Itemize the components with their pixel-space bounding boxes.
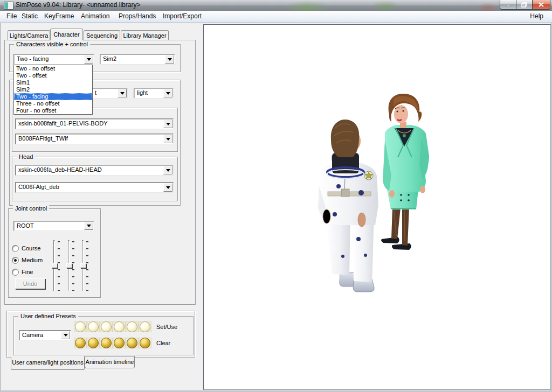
preset-slot-4[interactable] — [113, 321, 126, 332]
light-dropdown-button[interactable] — [163, 89, 172, 97]
head-skin-dropdown-button[interactable] — [163, 183, 172, 192]
character-mode-value: Two - facing — [17, 54, 82, 64]
dropdown-option[interactable]: Four - no offset — [14, 107, 92, 114]
fit-combobox-visible-text: t — [95, 88, 115, 97]
dropdown-arrow-icon — [166, 169, 170, 172]
tab-library-manager[interactable]: Library Manager — [121, 30, 169, 40]
light-combobox[interactable]: light — [134, 88, 174, 99]
head-mesh-value: xskin-c006fa_deb-HEAD-HEAD — [18, 165, 161, 174]
preset-empty-icon — [88, 321, 99, 332]
dropdown-arrow-icon — [166, 186, 170, 189]
dropdown-option[interactable]: Sim1 — [14, 79, 92, 86]
preset-slot-2[interactable] — [87, 321, 100, 332]
preset-clear-slot-3[interactable] — [100, 338, 113, 348]
preset-clear-slot-2[interactable] — [87, 338, 100, 348]
radio-fine[interactable] — [12, 269, 19, 276]
preset-filled-icon — [75, 338, 86, 348]
slider-thumb[interactable] — [52, 263, 58, 268]
joint-combobox[interactable]: ROOT — [13, 221, 94, 231]
close-button[interactable] — [532, 0, 550, 10]
tab-lights-camera[interactable]: Lights/Camera — [8, 30, 50, 40]
preset-empty-icon — [127, 321, 137, 332]
tab-user-camera-light-positions[interactable]: User camera/light positions — [11, 356, 85, 370]
body-skin-value: B008FAFitlgt_TWif — [18, 134, 161, 143]
preset-filled-icon — [101, 338, 112, 348]
title-bar[interactable]: SimPose v9.04: Library- <unnamed library… — [0, 0, 552, 11]
body-skin-combobox[interactable]: B008FAFitlgt_TWif — [15, 134, 174, 144]
viewport-3d[interactable] — [203, 24, 551, 390]
app-icon — [4, 2, 13, 10]
dropdown-option-selected[interactable]: Two - facing — [14, 93, 92, 100]
tab-character[interactable]: Character — [50, 29, 83, 40]
active-sim-dropdown-button[interactable] — [165, 55, 174, 64]
preset-filled-icon — [88, 338, 99, 348]
radio-medium[interactable] — [12, 257, 19, 264]
preset-slot-6[interactable] — [139, 321, 151, 332]
maximize-button[interactable] — [516, 0, 533, 10]
dropdown-arrow-icon — [87, 58, 91, 61]
preset-slot-1[interactable] — [74, 321, 87, 332]
joint-slider-y[interactable] — [66, 239, 75, 293]
dropdown-option[interactable]: Three - no offset — [14, 100, 92, 107]
undo-button[interactable]: Undo — [15, 278, 45, 289]
preset-empty-icon — [114, 321, 125, 332]
tab-sequencing[interactable]: Sequencing — [84, 30, 120, 40]
minimize-button[interactable] — [500, 0, 516, 10]
body-mesh-dropdown-button[interactable] — [163, 120, 172, 128]
joint-dropdown-button[interactable] — [84, 222, 93, 230]
joint-slider-x[interactable] — [52, 239, 60, 293]
preset-slot-3[interactable] — [100, 321, 113, 332]
body-skin-dropdown-button[interactable] — [163, 135, 172, 143]
restore-icon — [521, 2, 527, 8]
active-sim-combobox[interactable]: Sim2 — [100, 54, 175, 65]
preset-target-combobox[interactable]: Camera — [19, 330, 71, 340]
minimize-icon — [506, 2, 511, 7]
preset-filled-icon — [127, 338, 137, 348]
slider-thumb[interactable] — [80, 263, 86, 268]
radio-course[interactable] — [12, 245, 19, 252]
dropdown-option[interactable]: Two - no offset — [14, 65, 92, 72]
dropdown-arrow-icon — [168, 58, 172, 61]
slider-ticks — [72, 241, 74, 291]
menu-keyframe[interactable]: KeyFrame — [39, 11, 79, 22]
presets-group-label: User defined Presets — [18, 312, 78, 320]
joint-value: ROOT — [17, 221, 82, 230]
slider-ticks — [58, 241, 60, 291]
head-mesh-combobox[interactable]: xskin-c006fa_deb-HEAD-HEAD — [15, 165, 174, 176]
dropdown-arrow-icon — [166, 138, 170, 141]
slider-thumb[interactable] — [66, 263, 72, 268]
dropdown-arrow-icon — [166, 123, 170, 125]
character-mode-dropdown-list: Two - no offset Two - offset Sim1 Sim2 T… — [13, 65, 93, 115]
menu-help[interactable]: Help — [525, 11, 549, 22]
body-mesh-combobox[interactable]: xskin-b008fafit_01-PELVIS-BODY — [15, 118, 174, 129]
characters-visible-group-label: Characters visible + control — [14, 40, 90, 48]
character-mode-combobox[interactable]: Two - facing — [13, 54, 94, 65]
preset-clear-slot-4[interactable] — [113, 338, 126, 348]
window-controls — [500, 0, 550, 10]
preset-empty-icon — [140, 321, 150, 332]
preset-clear-slot-5[interactable] — [126, 338, 139, 348]
clear-label: Clear — [156, 340, 170, 346]
preset-clear-slot-6[interactable] — [139, 338, 151, 348]
menu-import-export[interactable]: Import/Export — [157, 11, 207, 22]
preset-target-value: Camera — [22, 331, 59, 340]
preset-clear-slot-1[interactable] — [74, 338, 87, 348]
head-skin-combobox[interactable]: C006FAlgt_deb — [15, 182, 174, 193]
preset-target-dropdown-button[interactable] — [61, 331, 70, 339]
fit-dropdown-button[interactable] — [118, 89, 127, 97]
head-mesh-dropdown-button[interactable] — [163, 166, 172, 174]
joint-slider-z[interactable] — [80, 239, 89, 293]
radio-course-label: Course — [22, 245, 40, 251]
menu-props-hands[interactable]: Props/Hands — [113, 11, 161, 22]
head-skin-value: C006FAlgt_deb — [18, 183, 161, 192]
dropdown-option[interactable]: Two - offset — [14, 72, 92, 79]
dropdown-option[interactable]: Sim2 — [14, 86, 92, 93]
character-mode-dropdown-button[interactable] — [84, 55, 93, 64]
tab-animation-timeline[interactable]: Animation timeline — [85, 356, 135, 368]
close-icon — [539, 2, 544, 7]
radio-medium-label: Medium — [22, 257, 43, 263]
character-female-teal-suit — [381, 94, 429, 250]
preset-slot-5[interactable] — [126, 321, 139, 332]
window-title: SimPose v9.04: Library- <unnamed library… — [16, 1, 140, 9]
menu-animation[interactable]: Animation — [75, 11, 115, 22]
